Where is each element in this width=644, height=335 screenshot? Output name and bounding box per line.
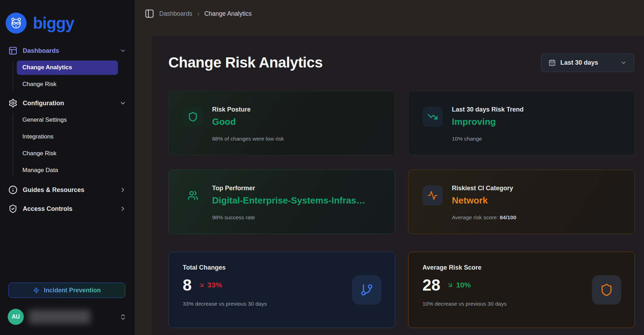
git-branch-icon (352, 275, 382, 305)
top-performer-card: Top Performer Digital-Enterprise-Systems… (168, 170, 395, 234)
date-range-label: Last 30 days (560, 59, 598, 66)
stat-value: 8 (183, 277, 192, 293)
incident-prevention-label: Incident Prevention (44, 287, 100, 294)
trend-value: 10% (456, 281, 471, 289)
sidebar-item-label: Configuration (23, 100, 64, 107)
sidebar-item-integrations[interactable]: Integrations (0, 128, 135, 145)
sidebar-item-change-analytics[interactable]: Change Analytics (17, 60, 118, 75)
shield-check-icon (8, 204, 18, 213)
trend-badge: 10% (447, 281, 471, 289)
brand-name: biggy (33, 14, 74, 33)
configuration-subtree: General Settings Integrations Change Ris… (0, 112, 135, 179)
sidebar-item-manage-data[interactable]: Manage Data (0, 162, 135, 179)
panel-left-icon (145, 9, 154, 19)
sidebar-item-label: Change Risk (22, 150, 56, 157)
date-range-dropdown[interactable]: Last 30 days (541, 54, 634, 72)
sidebar-nav: Dashboards Change Analytics Change Risk … (0, 42, 135, 217)
card-label: Riskiest CI Category (452, 185, 516, 192)
stat-value: 28 (422, 277, 440, 293)
card-subtitle-prefix: Average risk score: (452, 214, 500, 220)
sidebar-item-access-controls[interactable]: Access Controls (0, 200, 135, 217)
card-subtitle-score: 84/100 (500, 214, 516, 220)
chevron-right-icon (119, 186, 126, 193)
stat-label: Total Changes (183, 264, 381, 271)
card-subtitle: 88% of changes were low risk (212, 136, 284, 142)
incident-prevention-button[interactable]: Incident Prevention (8, 283, 125, 298)
gear-icon (8, 99, 18, 108)
info-icon (8, 185, 18, 194)
arrow-down-right-icon (447, 281, 454, 288)
stat-subtitle: 10% decrease vs previous 30 days (422, 301, 621, 307)
card-value: Improving (452, 116, 524, 127)
risk-posture-card: Risk Posture Good 88% of changes were lo… (168, 91, 395, 155)
shield-icon (183, 107, 203, 127)
sidebar-item-configuration[interactable]: Configuration (0, 95, 135, 112)
stat-label: Average Risk Score (422, 264, 621, 271)
panels-icon (8, 46, 18, 55)
title-row: Change Risk Analytics Last 30 days (168, 52, 634, 73)
breadcrumb-separator: › (197, 10, 199, 17)
card-subtitle: 10% change (452, 136, 524, 142)
avatar: AU (8, 309, 24, 325)
sidebar-item-label: General Settings (22, 116, 67, 123)
average-risk-score-card: Average Risk Score 28 10% 10% decrease v… (408, 252, 635, 328)
card-value: Network (452, 195, 516, 206)
sidebar-item-guides-resources[interactable]: Guides & Resources (0, 181, 135, 198)
card-subtitle: Average risk score: 84/100 (452, 214, 516, 221)
user-name-redacted (29, 310, 90, 324)
topbar: Dashboards › Change Analytics (135, 0, 644, 36)
breadcrumb-change-analytics[interactable]: Change Analytics (204, 10, 252, 17)
sidebar-item-label: Integrations (22, 133, 54, 140)
sidebar-item-change-risk-config[interactable]: Change Risk (0, 145, 135, 162)
risk-trend-card: Last 30 days Risk Trend Improving 10% ch… (408, 91, 635, 155)
sidebar-item-dashboards[interactable]: Dashboards (0, 42, 135, 59)
breadcrumb: Dashboards › Change Analytics (145, 9, 252, 19)
card-label: Risk Posture (212, 106, 284, 113)
sidebar-item-label: Dashboards (23, 47, 59, 55)
sidebar-item-label: Manage Data (22, 167, 58, 174)
chevrons-up-down-icon (119, 313, 127, 321)
card-label: Last 30 days Risk Trend (452, 106, 524, 113)
card-value: Digital-Enterprise-Systems-Infras… (212, 195, 365, 206)
sidebar-item-label: Change Risk (22, 81, 56, 88)
chevron-down-icon (119, 100, 126, 107)
chevron-down-icon (119, 47, 126, 54)
main-panel: Change Risk Analytics Last 30 days Risk … (152, 36, 644, 335)
chevron-right-icon (119, 205, 126, 212)
trending-down-icon (422, 107, 443, 127)
activity-icon (422, 185, 443, 206)
page-title: Change Risk Analytics (168, 54, 323, 71)
breadcrumb-dashboards[interactable]: Dashboards (159, 10, 192, 17)
sidebar-toggle-button[interactable] (145, 9, 154, 19)
sidebar-item-label: Change Analytics (17, 64, 72, 71)
users-icon (183, 185, 203, 206)
shield-icon (592, 275, 621, 305)
trend-badge: 33% (198, 281, 222, 289)
calendar-icon (548, 59, 556, 66)
riskiest-ci-card: Riskiest CI Category Network Average ris… (408, 170, 635, 234)
user-menu[interactable]: AU (8, 308, 127, 325)
stat-subtitle: 33% decrease vs previous 30 days (183, 301, 381, 307)
card-label: Top Performer (212, 185, 365, 192)
panda-logo-icon (6, 13, 27, 34)
card-subtitle: 98% success rate (212, 214, 365, 221)
brand-logo[interactable]: biggy (6, 13, 74, 34)
sidebar-item-label: Access Controls (23, 205, 72, 213)
total-changes-card: Total Changes 8 33% 33% decrease vs prev… (168, 252, 395, 328)
chevron-down-icon (620, 59, 627, 66)
sidebar-item-change-risk[interactable]: Change Risk (0, 76, 135, 93)
sidebar: biggy Dashboards Change Analytics Change… (0, 0, 135, 335)
arrow-down-right-icon (198, 281, 205, 288)
zap-icon (33, 287, 40, 294)
trend-value: 33% (208, 281, 222, 289)
sidebar-item-label: Guides & Resources (23, 186, 84, 194)
dashboards-subtree: Change Analytics Change Risk (0, 60, 135, 93)
sidebar-item-general-settings[interactable]: General Settings (0, 112, 135, 128)
card-value: Good (212, 116, 284, 127)
